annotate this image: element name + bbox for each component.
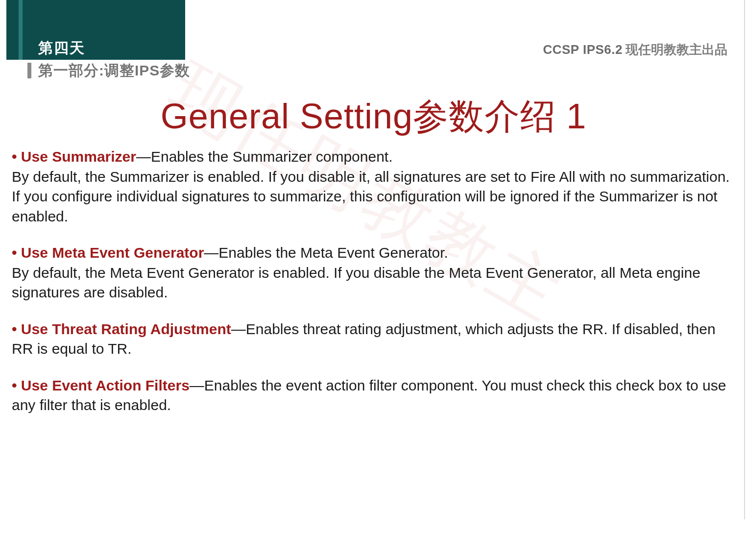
item-lead: Use Threat Rating Adjustment (21, 321, 231, 337)
item-lead: Use Event Action Filters (21, 377, 190, 393)
bullet-dot: • (12, 148, 21, 165)
item-lead: Use Meta Event Generator (21, 244, 204, 261)
course-code: CCSP IPS6.2 (543, 42, 623, 57)
item-body: By default, the Summarizer is enabled. I… (12, 169, 730, 224)
item-lead-tail: —Enables the Summarizer component. (136, 148, 393, 165)
bullet-dot: • (12, 377, 21, 393)
part-label: 第一部分:调整IPS参数 (38, 61, 190, 81)
header-teal-block (6, 0, 185, 60)
page-edge (744, 0, 745, 519)
day-label: 第四天 (38, 38, 85, 58)
course-line: CCSP IPS6.2现任明教教主出品 (543, 41, 727, 58)
course-tail: 现任明教教主出品 (626, 42, 727, 57)
bullet-dot: • (12, 321, 21, 337)
item-lead-tail: —Enables the Meta Event Generator. (204, 244, 448, 261)
bullet-item: • Use Threat Rating Adjustment—Enables t… (12, 319, 735, 359)
slide: 现任明教教主 第四天 第一部分:调整IPS参数 CCSP IPS6.2现任明教教… (0, 0, 747, 560)
item-body: By default, the Meta Event Generator is … (12, 265, 700, 301)
bullet-item: • Use Event Action Filters—Enables the e… (12, 376, 735, 415)
bullet-item: • Use Meta Event Generator—Enables the M… (12, 243, 735, 303)
part-accent-bar (27, 63, 31, 78)
slide-title: General Setting参数介绍 1 (0, 93, 747, 140)
body-content: • Use Summarizer—Enables the Summarizer … (12, 147, 735, 432)
bullet-item: • Use Summarizer—Enables the Summarizer … (12, 147, 735, 226)
bullet-dot: • (12, 244, 21, 261)
header-teal-accent (19, 0, 23, 60)
item-lead: Use Summarizer (21, 148, 136, 165)
